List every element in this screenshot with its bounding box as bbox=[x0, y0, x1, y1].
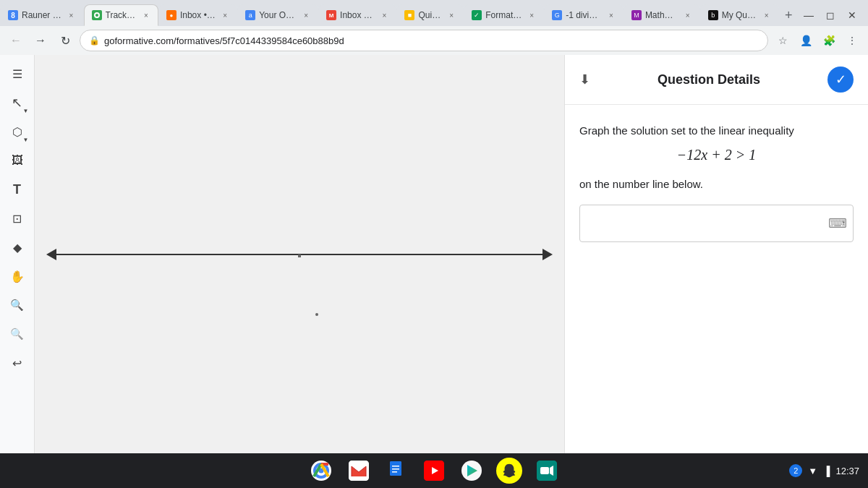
text-tool-button[interactable]: T bbox=[4, 176, 30, 202]
tab-inbox-di[interactable]: ● Inbox • Di × bbox=[158, 4, 237, 26]
taskbar-gmail[interactable] bbox=[346, 458, 372, 484]
keyboard-icon[interactable]: ⌨ bbox=[828, 215, 847, 231]
tab-label-rauner: Rauner Co bbox=[22, 10, 62, 20]
tab-myquest[interactable]: b My Quest × bbox=[700, 4, 779, 26]
zoom-in-icon: 🔍 bbox=[10, 299, 24, 312]
maximize-button[interactable]: ◻ bbox=[820, 5, 841, 25]
tab-label-mathway: Mathway bbox=[645, 10, 678, 20]
tab-close-tracking[interactable]: × bbox=[140, 9, 152, 21]
undo-icon: ↩ bbox=[12, 356, 22, 370]
refresh-button[interactable]: ↻ bbox=[55, 30, 75, 51]
tab-favicon-tracking bbox=[92, 10, 102, 20]
taskbar-play[interactable] bbox=[459, 458, 485, 484]
menu-icon: ☰ bbox=[12, 67, 22, 81]
tab-favicon-quiz: ■ bbox=[404, 10, 414, 20]
address-bar: ← → ↻ 🔒 goformative.com/formatives/5f7c0… bbox=[0, 26, 868, 55]
extension-icon[interactable]: 🧩 bbox=[819, 30, 839, 51]
tab-favicon-myquest: b bbox=[708, 10, 718, 20]
zoom-in-button[interactable]: 🔍 bbox=[4, 292, 30, 318]
tab-divided[interactable]: G -1 divided × bbox=[544, 4, 624, 26]
image-icon: 🖼 bbox=[12, 154, 23, 167]
pen-tool-button[interactable]: ◆ bbox=[4, 234, 30, 260]
tab-favicon-order: a bbox=[245, 10, 255, 20]
hand-tool-button[interactable]: ✋ bbox=[4, 263, 30, 289]
tab-quiz2[interactable]: ■ Quiz 2 × bbox=[396, 4, 464, 26]
forward-button[interactable]: → bbox=[30, 30, 51, 51]
taskbar-snapchat[interactable] bbox=[496, 458, 522, 484]
question-prompt: Graph the solution set to the linear ine… bbox=[579, 122, 854, 140]
tab-close-quiz[interactable]: × bbox=[446, 9, 457, 21]
canvas-dot bbox=[315, 313, 318, 316]
close-button[interactable]: ✕ bbox=[842, 5, 862, 25]
tab-label-myquest: My Quest bbox=[722, 10, 757, 20]
time-display: 12:37 bbox=[835, 466, 859, 476]
check-button[interactable]: ✓ bbox=[827, 67, 854, 93]
tab-your-order[interactable]: a Your Orde × bbox=[237, 4, 318, 26]
tab-favicon-formative: ✓ bbox=[472, 10, 482, 20]
left-toolbar: ☰ ↖ ▼ ⬡ ▼ 🖼 T ⊡ ◆ ✋ 🔍 🔍 ↩ bbox=[0, 55, 35, 453]
tab-mathway[interactable]: M Mathway × bbox=[624, 4, 700, 26]
arrow-left bbox=[46, 249, 56, 260]
shapes-tool-arrow: ▼ bbox=[23, 137, 29, 143]
panel-body: Graph the solution set to the linear ine… bbox=[565, 105, 868, 453]
taskbar-meet[interactable] bbox=[534, 458, 560, 484]
battery-icon: ▐ bbox=[823, 466, 830, 476]
tab-bar: 8 Rauner Co × Tracking × ● Inbox • Di × … bbox=[0, 0, 868, 26]
text-icon: T bbox=[13, 182, 21, 197]
address-actions: ☆ 👤 🧩 ⋮ bbox=[773, 30, 862, 51]
math-expression: −12x + 2 > 1 bbox=[579, 147, 854, 163]
menu-button[interactable]: ☰ bbox=[4, 61, 30, 87]
wifi-icon: ▼ bbox=[808, 466, 817, 476]
taskbar-youtube[interactable] bbox=[421, 458, 447, 484]
back-button[interactable]: ← bbox=[6, 30, 26, 51]
url-bar[interactable]: 🔒 goformative.com/formatives/5f7c0144339… bbox=[80, 30, 768, 51]
tab-inbox-rb[interactable]: M Inbox - rb × bbox=[318, 4, 396, 26]
tab-close-formative[interactable]: × bbox=[526, 9, 537, 21]
panel-title: Question Details bbox=[599, 72, 819, 87]
tab-close-mathway[interactable]: × bbox=[682, 9, 694, 21]
number-line-shaft bbox=[56, 254, 542, 255]
tab-close-divided[interactable]: × bbox=[605, 9, 617, 21]
svg-rect-9 bbox=[392, 466, 399, 467]
tab-close-inbox-di[interactable]: × bbox=[219, 9, 231, 21]
browser-chrome: 8 Rauner Co × Tracking × ● Inbox • Di × … bbox=[0, 0, 868, 55]
tab-favicon-rauner: 8 bbox=[8, 10, 18, 20]
svg-rect-11 bbox=[392, 471, 397, 473]
more-options-icon[interactable]: ⋮ bbox=[842, 30, 862, 51]
pen-icon: ◆ bbox=[13, 241, 22, 254]
taskbar-docs[interactable] bbox=[383, 458, 409, 484]
tab-close-inbox-rb[interactable]: × bbox=[378, 9, 390, 21]
tab-tracking[interactable]: Tracking × bbox=[84, 4, 158, 26]
url-text: goformative.com/formatives/5f7c014433958… bbox=[104, 35, 759, 46]
minimize-button[interactable]: — bbox=[799, 5, 819, 25]
zoom-out-button[interactable]: 🔍 bbox=[4, 321, 30, 347]
cursor-tool-button[interactable]: ↖ ▼ bbox=[4, 90, 30, 116]
bookmark-star-icon[interactable]: ☆ bbox=[773, 30, 793, 51]
account-icon[interactable]: 👤 bbox=[796, 30, 816, 51]
download-icon[interactable]: ⬇ bbox=[579, 72, 590, 87]
tab-close-rauner[interactable]: × bbox=[66, 9, 77, 21]
tab-close-order[interactable]: × bbox=[300, 9, 312, 21]
frame-tool-button[interactable]: ⊡ bbox=[4, 205, 30, 231]
taskbar-chrome[interactable] bbox=[308, 458, 334, 484]
hand-icon: ✋ bbox=[10, 270, 25, 283]
undo-button[interactable]: ↩ bbox=[4, 350, 30, 376]
image-tool-button[interactable]: 🖼 bbox=[4, 147, 30, 174]
tab-rauner[interactable]: 8 Rauner Co × bbox=[0, 4, 84, 26]
svg-point-1 bbox=[95, 14, 98, 17]
new-tab-button[interactable]: + bbox=[779, 5, 799, 25]
tab-formative[interactable]: ✓ Formative × bbox=[464, 4, 544, 26]
number-line bbox=[46, 249, 553, 260]
tab-label-order: Your Orde bbox=[259, 10, 297, 20]
shapes-tool-button[interactable]: ⬡ ▼ bbox=[4, 119, 30, 145]
taskbar-right: 2 ▼ ▐ 12:37 bbox=[789, 464, 859, 477]
shapes-icon: ⬡ bbox=[12, 125, 22, 139]
arrow-right bbox=[542, 249, 553, 260]
canvas-area[interactable] bbox=[35, 55, 564, 453]
answer-box[interactable]: ⌨ bbox=[579, 205, 854, 242]
panel-header: ⬇ Question Details ✓ bbox=[565, 55, 868, 105]
tab-label-quiz: Quiz 2 bbox=[418, 10, 442, 20]
tab-close-myquest[interactable]: × bbox=[761, 9, 773, 21]
tab-label-inbox-di: Inbox • Di bbox=[180, 10, 216, 20]
right-panel: ⬇ Question Details ✓ Graph the solution … bbox=[564, 55, 868, 453]
